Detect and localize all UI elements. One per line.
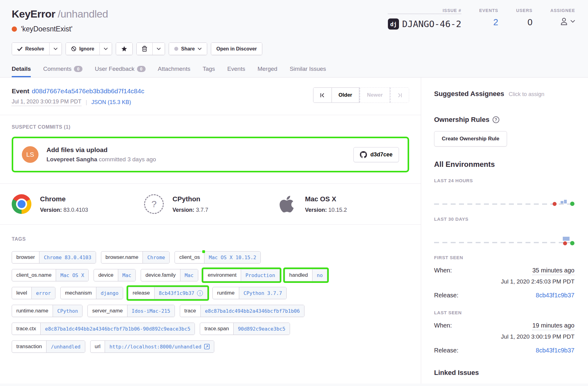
event-details-panel: Eventd08d7667e4a5476eb3b3db6d7f14c84c Ju… (0, 78, 421, 384)
issue-header: KeyError/unhandled 'keyDoesntExist' ISSU… (0, 0, 588, 77)
circle-slash-icon (71, 46, 76, 51)
assignee-dropdown[interactable] (550, 17, 575, 26)
tag-value-link[interactable]: Chrome (143, 251, 169, 263)
tags-heading: TAGS (12, 236, 409, 242)
skip-to-last-icon (397, 93, 402, 98)
event-bar (561, 201, 563, 203)
tag-pill-client-os: client_osMac OS X 10.15.2 (175, 251, 261, 263)
tab-details[interactable]: Details (12, 66, 31, 77)
tag-value-link[interactable]: django (96, 287, 123, 299)
oldest-event-button[interactable] (313, 87, 332, 103)
chevron-down-icon (54, 47, 58, 50)
tag-value-link[interactable]: 90d892c9eace3bc5 (233, 323, 290, 335)
users-count[interactable]: 0 (516, 17, 532, 27)
first-seen-heading: FIRST SEEN (434, 255, 574, 260)
last-24-hours-sparkline[interactable] (434, 183, 574, 207)
stat-assignee: ASSIGNEE (550, 8, 575, 30)
issue-culprit: /unhandled (58, 8, 108, 20)
event-id-link[interactable]: d08d7667e4a5476eb3b3db6d7f14c84c (32, 87, 144, 94)
tag-pill-level: levelerror (12, 287, 55, 299)
tab-events[interactable]: Events (227, 66, 245, 77)
commit-author-avatar: LS (22, 146, 38, 163)
ignore-button[interactable]: Ignore (66, 43, 99, 55)
last-30-days-sparkline[interactable] (434, 222, 574, 246)
first-seen-absolute: Jul 1, 2020 2:45:03 PM PDT (434, 278, 574, 285)
linked-issues-title: Linked Issues (434, 369, 574, 377)
delete-dropdown-button[interactable] (152, 43, 165, 55)
tag-pill-runtime: runtimeCPython 3.7.7 (212, 287, 287, 299)
comments-count-badge: 0 (74, 66, 83, 72)
skip-to-latest-button[interactable] (390, 87, 409, 103)
issue-short-id[interactable]: DJANGO-46-2 (402, 19, 461, 29)
tag-value-link[interactable]: http://localhost:8000/unhandled (109, 344, 201, 350)
release-label: Release: (434, 347, 458, 354)
last-24-hours-label: LAST 24 HOURS (434, 178, 574, 183)
last-seen-release-link[interactable]: 8cb43f1c9b37 (536, 347, 574, 354)
stat-events: EVENTS 2 (479, 8, 498, 30)
external-link-icon[interactable] (204, 344, 210, 349)
tag-pill-browser: browserChrome 83.0.4103 (12, 251, 96, 263)
tag-pill-transaction: transaction/unhandled (12, 340, 85, 353)
tab-user-feedback[interactable]: User Feedback0 (95, 66, 146, 77)
tab-tags[interactable]: Tags (203, 66, 215, 77)
suspect-commits-heading: SUSPECT COMMITS (1) (12, 124, 409, 130)
chevron-down-icon (198, 47, 202, 50)
events-count[interactable]: 2 (479, 17, 498, 27)
tag-pill-handled: handledno (285, 269, 328, 281)
ignore-dropdown-button[interactable] (99, 43, 112, 55)
tab-similar-issues[interactable]: Similar Issues (290, 66, 326, 77)
issue-stats: ISSUE # dj DJANGO-46-2 EVENTS 2 USERS 0 … (388, 8, 576, 30)
tag-value-link[interactable]: CPython 3.7.7 (239, 287, 286, 299)
first-seen-relative: 35 minutes ago (532, 267, 574, 275)
tag-value-link[interactable]: Mac (118, 269, 136, 281)
tag-value-link[interactable]: Mac (180, 269, 198, 281)
create-ownership-rule-button[interactable]: Create Ownership Rule (434, 131, 507, 147)
context-os: Mac OS X Version: 10.15.2 (277, 194, 409, 214)
event-bar (563, 237, 570, 241)
tab-comments[interactable]: Comments0 (43, 66, 83, 77)
event-contexts: Chrome Version: 83.0.4103 ? CPython Vers… (0, 183, 421, 225)
tag-value-link[interactable]: Mac OS X 10.15.2 (204, 251, 260, 263)
when-label: When: (434, 322, 452, 329)
open-in-discover-button[interactable]: Open in Discover (211, 43, 262, 55)
resolve-button[interactable]: Resolve (12, 43, 49, 55)
tag-pill-device-family: device.familyMac (141, 269, 198, 281)
tag-value-link[interactable]: e8c87ba1dc494bb2a4346bcfbf7b1b06-90d892c… (40, 323, 195, 335)
last-seen-absolute: Jul 1, 2020 3:00:19 PM PDT (434, 333, 574, 340)
first-seen-release-link[interactable]: 8cb43f1c9b37 (536, 292, 574, 299)
commit-title: Add files via upload (46, 146, 156, 154)
tag-value-link[interactable]: 8cb43f1c9b37 (159, 290, 195, 296)
tag-value-link[interactable]: CPython (53, 305, 82, 317)
info-icon[interactable]: i (197, 290, 203, 296)
sparkline-baseline (434, 242, 574, 243)
suspect-commit-card: LS Add files via upload Lovepreet Sangha… (12, 137, 409, 172)
latest-marker-green (570, 241, 574, 245)
newer-event-button[interactable]: Newer (359, 87, 390, 103)
tag-value-link[interactable]: e8c87ba1dc494bb2a4346bcfbf7b1b06 (200, 305, 304, 317)
share-button[interactable]: Share (169, 43, 207, 55)
help-icon[interactable]: ? (493, 116, 499, 123)
trash-icon (142, 46, 147, 52)
issue-message: 'keyDoesntExist' (21, 25, 72, 33)
json-download-link[interactable]: JSON (15.3 KB) (91, 99, 131, 106)
action-bar: Resolve Ignore (12, 42, 576, 55)
resolve-dropdown-button[interactable] (49, 43, 62, 55)
context-browser: Chrome Version: 83.0.4103 (12, 194, 144, 214)
share-status-dot (174, 47, 178, 51)
tab-attachments[interactable]: Attachments (158, 66, 191, 77)
tag-value-link[interactable]: Chrome 83.0.4103 (39, 251, 95, 263)
tag-pill-trace: tracee8c87ba1dc494bb2a4346bcfbf7b1b06 (180, 305, 304, 317)
tag-value-link[interactable]: /unhandled (46, 341, 85, 352)
tag-value-link[interactable]: no (312, 269, 327, 281)
delete-button[interactable] (137, 43, 152, 55)
bookmark-star-button[interactable] (116, 43, 132, 55)
tag-value-link[interactable]: Production (241, 269, 279, 281)
tag-value-link[interactable]: Idos-iMac-215 (127, 305, 175, 317)
issue-sidebar: Suggested Assignees Click to assign Owne… (421, 78, 588, 384)
tab-merged[interactable]: Merged (257, 66, 277, 77)
older-event-button[interactable]: Older (332, 87, 359, 103)
stat-issue-number: ISSUE # dj DJANGO-46-2 (388, 8, 461, 30)
tag-value-link[interactable]: Mac OS X (56, 269, 88, 281)
commit-sha-button[interactable]: d3d7cee (353, 147, 399, 162)
tag-value-link[interactable]: error (31, 287, 55, 299)
